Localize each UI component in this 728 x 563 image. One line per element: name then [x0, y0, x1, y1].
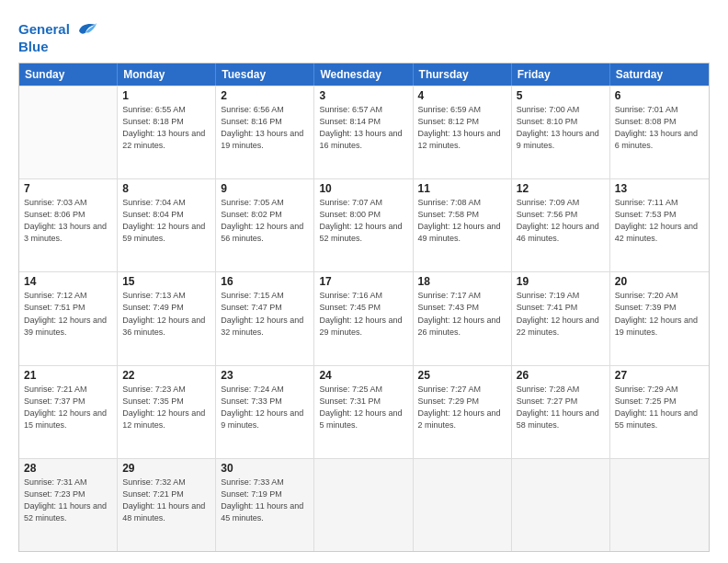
- sunrise-text: Sunrise: 7:05 AMSunset: 8:02 PMDaylight:…: [221, 197, 309, 245]
- calendar-cell: 25 Sunrise: 7:27 AMSunset: 7:29 PMDaylig…: [414, 366, 512, 458]
- calendar-cell: 6 Sunrise: 7:01 AMSunset: 8:08 PMDayligh…: [610, 86, 709, 178]
- calendar-body: 1 Sunrise: 6:55 AMSunset: 8:18 PMDayligh…: [19, 86, 709, 551]
- day-number: 1: [122, 89, 210, 102]
- sunrise-text: Sunrise: 7:28 AMSunset: 7:27 PMDaylight:…: [517, 384, 605, 431]
- logo-blue-text: Blue: [18, 39, 49, 55]
- calendar-cell: 27 Sunrise: 7:29 AMSunset: 7:25 PMDaylig…: [610, 366, 709, 458]
- calendar-cell: 12 Sunrise: 7:09 AMSunset: 7:56 PMDaylig…: [512, 179, 610, 271]
- sunrise-text: Sunrise: 7:19 AMSunset: 7:41 PMDaylight:…: [517, 290, 605, 338]
- sunrise-text: Sunrise: 7:16 AMSunset: 7:45 PMDaylight:…: [319, 290, 407, 338]
- header-day-saturday: Saturday: [610, 63, 709, 86]
- calendar-row-2: 7 Sunrise: 7:03 AMSunset: 8:06 PMDayligh…: [19, 178, 709, 271]
- sunrise-text: Sunrise: 6:57 AMSunset: 8:14 PMDaylight:…: [319, 104, 407, 152]
- sunrise-text: Sunrise: 7:27 AMSunset: 7:29 PMDaylight:…: [418, 384, 506, 431]
- day-number: 8: [122, 182, 210, 195]
- calendar-cell: [414, 459, 512, 551]
- day-number: 10: [319, 182, 407, 195]
- day-number: 3: [319, 89, 407, 102]
- calendar-row-3: 14 Sunrise: 7:12 AMSunset: 7:51 PMDaylig…: [19, 271, 709, 364]
- day-number: 28: [24, 462, 112, 475]
- calendar-cell: 15 Sunrise: 7:13 AMSunset: 7:49 PMDaylig…: [118, 272, 216, 364]
- logo: General Blue: [18, 17, 98, 55]
- calendar-row-1: 1 Sunrise: 6:55 AMSunset: 8:18 PMDayligh…: [19, 86, 709, 178]
- sunrise-text: Sunrise: 7:32 AMSunset: 7:21 PMDaylight:…: [122, 477, 210, 524]
- calendar-cell: [19, 86, 118, 178]
- calendar: SundayMondayTuesdayWednesdayThursdayFrid…: [18, 63, 710, 552]
- header-day-monday: Monday: [118, 63, 216, 86]
- header: General Blue: [18, 17, 710, 55]
- day-number: 11: [418, 182, 506, 195]
- day-number: 4: [418, 89, 506, 102]
- calendar-cell: 3 Sunrise: 6:57 AMSunset: 8:14 PMDayligh…: [314, 86, 413, 178]
- sunrise-text: Sunrise: 7:20 AMSunset: 7:39 PMDaylight:…: [615, 290, 704, 338]
- day-number: 22: [122, 369, 210, 382]
- day-number: 17: [319, 275, 407, 288]
- sunrise-text: Sunrise: 7:25 AMSunset: 7:31 PMDaylight:…: [319, 384, 407, 431]
- header-day-sunday: Sunday: [19, 63, 118, 86]
- calendar-cell: 10 Sunrise: 7:07 AMSunset: 8:00 PMDaylig…: [314, 179, 413, 271]
- sunrise-text: Sunrise: 7:12 AMSunset: 7:51 PMDaylight:…: [24, 290, 112, 338]
- calendar-cell: 1 Sunrise: 6:55 AMSunset: 8:18 PMDayligh…: [118, 86, 216, 178]
- calendar-cell: 8 Sunrise: 7:04 AMSunset: 8:04 PMDayligh…: [118, 179, 216, 271]
- calendar-cell: 14 Sunrise: 7:12 AMSunset: 7:51 PMDaylig…: [19, 272, 118, 364]
- day-number: 6: [615, 89, 704, 102]
- day-number: 27: [615, 369, 704, 382]
- day-number: 29: [122, 462, 210, 475]
- day-number: 15: [122, 275, 210, 288]
- calendar-header: SundayMondayTuesdayWednesdayThursdayFrid…: [19, 63, 709, 86]
- sunrise-text: Sunrise: 7:08 AMSunset: 7:58 PMDaylight:…: [418, 197, 506, 245]
- calendar-cell: 21 Sunrise: 7:21 AMSunset: 7:37 PMDaylig…: [19, 366, 118, 458]
- sunrise-text: Sunrise: 7:09 AMSunset: 7:56 PMDaylight:…: [517, 197, 605, 245]
- calendar-cell: 22 Sunrise: 7:23 AMSunset: 7:35 PMDaylig…: [118, 366, 216, 458]
- day-number: 26: [517, 369, 605, 382]
- sunrise-text: Sunrise: 6:56 AMSunset: 8:16 PMDaylight:…: [221, 104, 309, 152]
- logo-bird-icon: [73, 17, 98, 42]
- sunrise-text: Sunrise: 7:29 AMSunset: 7:25 PMDaylight:…: [615, 384, 704, 431]
- day-number: 12: [517, 182, 605, 195]
- calendar-cell: 24 Sunrise: 7:25 AMSunset: 7:31 PMDaylig…: [314, 366, 413, 458]
- calendar-cell: 5 Sunrise: 7:00 AMSunset: 8:10 PMDayligh…: [512, 86, 610, 178]
- header-day-friday: Friday: [512, 63, 610, 86]
- sunrise-text: Sunrise: 7:31 AMSunset: 7:23 PMDaylight:…: [24, 477, 112, 524]
- calendar-cell: 23 Sunrise: 7:24 AMSunset: 7:33 PMDaylig…: [216, 366, 314, 458]
- calendar-cell: 17 Sunrise: 7:16 AMSunset: 7:45 PMDaylig…: [314, 272, 413, 364]
- page: General Blue SundayMondayTuesdayWednesda…: [0, 0, 728, 563]
- day-number: 24: [319, 369, 407, 382]
- sunrise-text: Sunrise: 7:24 AMSunset: 7:33 PMDaylight:…: [221, 384, 309, 431]
- day-number: 2: [221, 89, 309, 102]
- day-number: 30: [221, 462, 309, 475]
- day-number: 16: [221, 275, 309, 288]
- calendar-cell: [512, 459, 610, 551]
- sunrise-text: Sunrise: 7:13 AMSunset: 7:49 PMDaylight:…: [122, 290, 210, 338]
- calendar-cell: 28 Sunrise: 7:31 AMSunset: 7:23 PMDaylig…: [19, 459, 118, 551]
- calendar-cell: 29 Sunrise: 7:32 AMSunset: 7:21 PMDaylig…: [118, 459, 216, 551]
- sunrise-text: Sunrise: 7:15 AMSunset: 7:47 PMDaylight:…: [221, 290, 309, 338]
- calendar-cell: 18 Sunrise: 7:17 AMSunset: 7:43 PMDaylig…: [414, 272, 512, 364]
- sunrise-text: Sunrise: 7:23 AMSunset: 7:35 PMDaylight:…: [122, 384, 210, 431]
- logo-text: General: [18, 21, 70, 38]
- calendar-cell: 16 Sunrise: 7:15 AMSunset: 7:47 PMDaylig…: [216, 272, 314, 364]
- header-day-thursday: Thursday: [414, 63, 512, 86]
- day-number: 23: [221, 369, 309, 382]
- day-number: 18: [418, 275, 506, 288]
- sunrise-text: Sunrise: 7:04 AMSunset: 8:04 PMDaylight:…: [122, 197, 210, 245]
- calendar-cell: [314, 459, 413, 551]
- calendar-cell: 7 Sunrise: 7:03 AMSunset: 8:06 PMDayligh…: [19, 179, 118, 271]
- calendar-cell: 30 Sunrise: 7:33 AMSunset: 7:19 PMDaylig…: [216, 459, 314, 551]
- calendar-cell: 19 Sunrise: 7:19 AMSunset: 7:41 PMDaylig…: [512, 272, 610, 364]
- sunrise-text: Sunrise: 7:00 AMSunset: 8:10 PMDaylight:…: [517, 104, 605, 152]
- sunrise-text: Sunrise: 7:21 AMSunset: 7:37 PMDaylight:…: [24, 384, 112, 431]
- day-number: 9: [221, 182, 309, 195]
- day-number: 21: [24, 369, 112, 382]
- calendar-cell: 11 Sunrise: 7:08 AMSunset: 7:58 PMDaylig…: [414, 179, 512, 271]
- sunrise-text: Sunrise: 7:33 AMSunset: 7:19 PMDaylight:…: [221, 477, 309, 524]
- calendar-cell: 26 Sunrise: 7:28 AMSunset: 7:27 PMDaylig…: [512, 366, 610, 458]
- sunrise-text: Sunrise: 6:59 AMSunset: 8:12 PMDaylight:…: [418, 104, 506, 152]
- calendar-cell: 2 Sunrise: 6:56 AMSunset: 8:16 PMDayligh…: [216, 86, 314, 178]
- calendar-row-5: 28 Sunrise: 7:31 AMSunset: 7:23 PMDaylig…: [19, 458, 709, 551]
- day-number: 13: [615, 182, 704, 195]
- calendar-cell: 4 Sunrise: 6:59 AMSunset: 8:12 PMDayligh…: [414, 86, 512, 178]
- sunrise-text: Sunrise: 7:17 AMSunset: 7:43 PMDaylight:…: [418, 290, 506, 338]
- day-number: 7: [24, 182, 112, 195]
- sunrise-text: Sunrise: 7:03 AMSunset: 8:06 PMDaylight:…: [24, 197, 112, 245]
